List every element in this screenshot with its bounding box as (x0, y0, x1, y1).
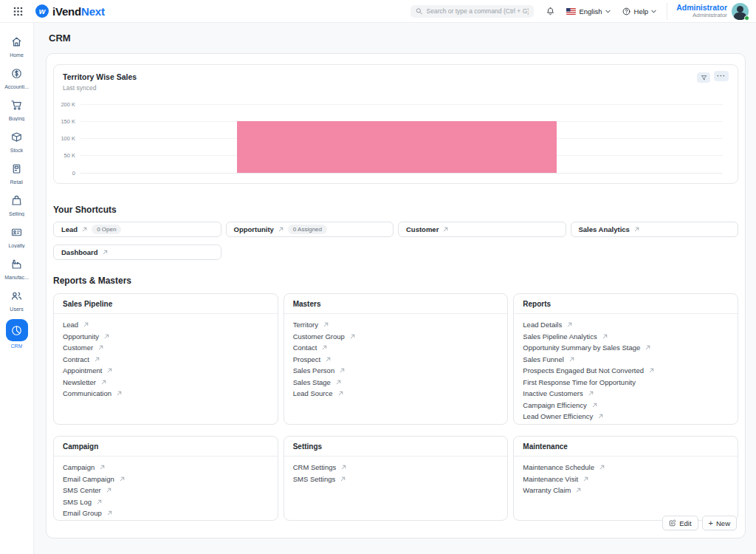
arrow-up-right-icon (107, 368, 112, 373)
arrow-up-right-icon (567, 322, 572, 327)
edit-button[interactable]: Edit (662, 516, 698, 530)
link-lead-source[interactable]: Lead Source (293, 388, 499, 400)
link-sms-log[interactable]: SMS Log (63, 496, 269, 508)
arrow-up-right-icon (583, 476, 588, 482)
shortcut-sales-analytics[interactable]: Sales Analytics (571, 222, 739, 237)
card-maintenance: Maintenance Maintenance Schedule Mainten… (513, 436, 738, 521)
shortcuts-section: Your Shortcuts Lead 0 Open Opportunity 0… (53, 205, 738, 260)
link-sales-stage[interactable]: Sales Stage (293, 377, 499, 389)
arrow-up-right-icon (598, 414, 603, 419)
link-maintenance-visit[interactable]: Maintenance Visit (523, 473, 729, 485)
new-button[interactable]: + New (702, 516, 737, 530)
sidebar-item-retail[interactable]: Retail (2, 157, 32, 187)
arrow-up-right-icon (322, 345, 327, 350)
shortcut-lead[interactable]: Lead 0 Open (53, 222, 221, 237)
arrow-up-right-icon (576, 488, 581, 493)
search-icon (416, 7, 422, 15)
link-opportunity[interactable]: Opportunity (63, 331, 269, 343)
chart-plot: 200 K150 K100 K50 K0 (80, 104, 723, 173)
chevron-down-icon (651, 10, 656, 13)
link-inactive-customers[interactable]: Inactive Customers (523, 388, 729, 400)
search-input[interactable] (427, 7, 529, 15)
shortcut-opportunity[interactable]: Opportunity 0 Assigned (226, 222, 394, 237)
sidebar-item-accounti[interactable]: Accounti... (2, 62, 32, 92)
user-menu[interactable]: Administrator Administrator (667, 3, 749, 20)
app-logo[interactable]: w iVendNext (35, 4, 105, 18)
user-role: Administrator (693, 12, 727, 18)
link-sms-center[interactable]: SMS Center (63, 485, 269, 496)
link-lead[interactable]: Lead (63, 319, 269, 331)
reports-masters-section: Reports & Masters Sales Pipeline Lead Op… (53, 276, 738, 521)
sidebar-item-users[interactable]: Users (2, 284, 32, 314)
link-sales-person[interactable]: Sales Person (293, 365, 499, 377)
selling-icon (9, 192, 25, 208)
global-search[interactable] (410, 5, 534, 18)
home-icon (9, 33, 25, 49)
link-campaign[interactable]: Campaign (63, 462, 269, 473)
link-crm-settings[interactable]: CRM Settings (293, 462, 499, 473)
link-communication[interactable]: Communication (63, 388, 269, 400)
chart-menu-button[interactable]: ··· (714, 71, 729, 81)
arrow-up-right-icon (350, 334, 355, 339)
shortcut-count-badge: 0 Open (92, 225, 121, 234)
arrow-up-right-icon (106, 488, 111, 493)
sidebar-item-selling[interactable]: Selling (2, 189, 32, 219)
sidebar-item-crm[interactable]: CRM (2, 316, 32, 351)
link-newsletter[interactable]: Newsletter (63, 377, 269, 389)
help-icon (622, 7, 631, 16)
link-prospect[interactable]: Prospect (293, 354, 499, 366)
sidebar-item-home[interactable]: Home (2, 30, 32, 60)
link-warranty-claim[interactable]: Warranty Claim (523, 485, 729, 496)
apps-grid-icon[interactable] (10, 4, 25, 18)
shortcut-label: Sales Analytics (579, 225, 630, 233)
sidebar-item-loyalty[interactable]: Loyalty (2, 221, 32, 250)
sidebar-item-stock[interactable]: Stock (2, 126, 32, 155)
sidebar-item-manufac[interactable]: Manufac... (2, 253, 32, 282)
card-title: Campaign (54, 437, 278, 456)
link-lead-details[interactable]: Lead Details (523, 319, 729, 331)
link-sales-pipeline-analytics[interactable]: Sales Pipeline Analytics (523, 331, 729, 343)
link-customer-group[interactable]: Customer Group (293, 331, 499, 343)
sidebar-item-buying[interactable]: Buying (2, 94, 32, 123)
main-content: CRM Territory Wise Sales Last synced ··· (34, 23, 756, 554)
online-status-dot (744, 16, 749, 21)
filter-funnel-icon (701, 75, 707, 81)
arrow-up-right-icon (599, 465, 605, 470)
shortcut-dashboard[interactable]: Dashboard (53, 244, 221, 260)
plus-icon: + (709, 519, 713, 527)
card-title: Maintenance (514, 437, 738, 456)
shortcut-count-badge: 0 Assigned (288, 225, 327, 234)
link-opportunity-summary-by-sales-stage[interactable]: Opportunity Summary by Sales Stage (523, 342, 729, 354)
arrow-up-right-icon (323, 322, 329, 327)
workspace-footer: Edit + New (662, 516, 737, 530)
link-prospects-engaged-but-not-converted[interactable]: Prospects Engaged But Not Converted (523, 365, 729, 377)
link-maintenance-schedule[interactable]: Maintenance Schedule (523, 462, 729, 473)
chart-filter-button[interactable] (697, 72, 710, 83)
link-lead-owner-efficiency[interactable]: Lead Owner Efficiency (523, 411, 729, 423)
link-first-response-time-for-opportunity[interactable]: First Response Time for Opportunity (523, 377, 729, 389)
chart-bar[interactable] (237, 121, 556, 173)
link-customer[interactable]: Customer (63, 342, 269, 354)
notifications-bell-icon[interactable] (546, 7, 555, 16)
y-axis-tick-label: 200 K (61, 101, 75, 108)
shortcut-customer[interactable]: Customer (398, 222, 566, 237)
shortcut-label: Dashboard (61, 248, 98, 256)
link-contact[interactable]: Contact (293, 342, 499, 354)
stock-icon (9, 129, 25, 145)
language-selector[interactable]: English (566, 7, 610, 16)
arrow-up-right-icon (634, 227, 639, 232)
help-menu[interactable]: Help (622, 7, 657, 16)
link-territory[interactable]: Territory (293, 319, 499, 331)
link-contract[interactable]: Contract (63, 354, 269, 366)
ellipsis-icon: ··· (717, 73, 726, 80)
link-appointment[interactable]: Appointment (63, 365, 269, 377)
link-email-campaign[interactable]: Email Campaign (63, 473, 269, 485)
link-campaign-efficiency[interactable]: Campaign Efficiency (523, 400, 729, 411)
retail-icon (9, 160, 25, 177)
link-sms-settings[interactable]: SMS Settings (293, 473, 499, 485)
link-sales-funnel[interactable]: Sales Funnel (523, 354, 729, 366)
arrow-up-right-icon (278, 227, 284, 232)
shortcut-grid: Lead 0 Open Opportunity 0 Assigned Custo… (53, 222, 738, 260)
arrow-up-right-icon (101, 380, 106, 385)
link-email-group[interactable]: Email Group (63, 507, 269, 519)
